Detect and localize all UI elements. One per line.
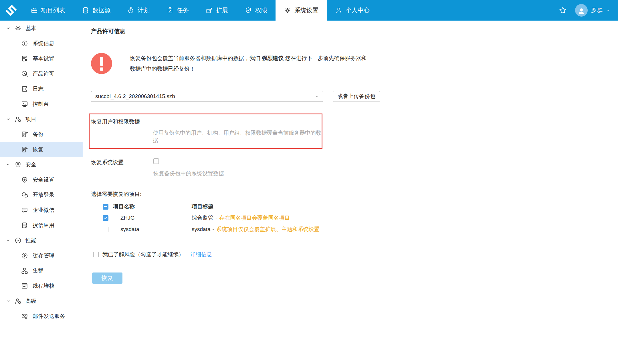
risk-checkbox[interactable]: [93, 252, 99, 257]
app-logo[interactable]: [0, 0, 22, 21]
option-checkbox[interactable]: [153, 118, 158, 123]
nav-tab[interactable]: 扩展: [197, 0, 236, 21]
sidebar-item[interactable]: 产品许可: [0, 66, 83, 81]
nav-tab[interactable]: 项目列表: [22, 0, 74, 21]
row-checkbox[interactable]: [103, 215, 108, 221]
sidebar-item-label: 基本: [25, 25, 36, 32]
sidebar-item-label: 性能: [25, 237, 36, 244]
projects-table-header: 项目名称 项目标题: [91, 202, 375, 212]
warning-text: 恢复备份包会覆盖当前服务器和数据库中的数据，我们 强烈建议 您在进行下一步前先确…: [130, 53, 368, 74]
sidebar-item[interactable]: 邮件发送服务: [0, 309, 83, 324]
user-menu[interactable]: 罗群: [575, 4, 611, 17]
thread-icon: [21, 282, 28, 290]
sidebar-item-label: 恢复: [33, 146, 43, 153]
sidebar-item[interactable]: 缓存管理: [0, 248, 83, 263]
restore-option-row: 恢复用户和权限数据 使用备份包中的用户、机构、用户组、权限数据覆盖当前服务器中的…: [89, 114, 322, 149]
restore-option-row: 恢复系统设置 恢复备份包中的系统设置数据: [91, 158, 610, 177]
mail-gear-icon: [21, 313, 28, 320]
nav-tab[interactable]: 系统设置: [276, 0, 327, 21]
nav-tabs: 项目列表 数据源 计划 任务 扩展 权限: [22, 0, 378, 21]
projects-label: 选择需要恢复的项目:: [91, 190, 610, 198]
chevron-down-icon: [6, 238, 11, 243]
sidebar-item[interactable]: 备份: [0, 127, 83, 142]
details-link[interactable]: 详细信息: [190, 251, 212, 258]
option-label: 恢复系统设置: [91, 158, 153, 177]
nav-tab[interactable]: 数据源: [74, 0, 119, 21]
database-icon: [82, 7, 89, 14]
sidebar-item-label: 备份: [33, 131, 43, 138]
sidebar-item[interactable]: 日志: [0, 81, 83, 96]
gear-icon: [284, 7, 291, 14]
cluster-icon: [21, 267, 28, 275]
chevron-down-icon: [314, 94, 319, 99]
chat-icon: [21, 206, 28, 214]
table-row: ZHJG 综合监管-存在同名项目会覆盖同名项目: [91, 212, 375, 224]
nav-tab-label: 个人中心: [346, 6, 370, 14]
nav-tab-label: 数据源: [92, 6, 110, 14]
nav-tab[interactable]: 个人中心: [327, 0, 378, 21]
sidebar-item[interactable]: 系统信息: [0, 36, 83, 51]
sidebar-item[interactable]: 基本: [0, 21, 83, 36]
option-description: 使用备份包中的用户、机构、用户组、权限数据覆盖当前服务器中的数据: [153, 129, 322, 144]
nav-tab[interactable]: 权限: [236, 0, 276, 21]
gear-icon: [14, 25, 22, 32]
package-row: succbi_4.6.2_202006301415.szb 或者上传备份包: [91, 91, 610, 102]
nav-tab-label: 系统设置: [294, 6, 318, 14]
chevron-down-icon: [6, 26, 11, 31]
sidebar-item[interactable]: 恢复: [0, 142, 83, 157]
upload-backup-button[interactable]: 或者上传备份包: [333, 91, 380, 102]
username: 罗群: [591, 7, 603, 14]
sidebar-item[interactable]: 集群: [0, 263, 83, 278]
project-title: sysdata: [192, 226, 210, 232]
restore-button[interactable]: 恢复: [92, 272, 122, 284]
sidebar-item[interactable]: 控制台: [0, 96, 83, 112]
sidebar-item[interactable]: 线程堆栈: [0, 278, 83, 293]
select-all-checkbox[interactable]: [103, 204, 108, 210]
user-icon: [335, 7, 342, 14]
sidebar-item-label: 缓存管理: [33, 252, 54, 259]
title-divider: [91, 40, 610, 40]
console-icon: [21, 100, 28, 108]
projects-table-body: ZHJG 综合监管-存在同名项目会覆盖同名项目 sysdata sysdata-…: [91, 212, 375, 235]
sidebar-item-label: 系统信息: [33, 40, 54, 47]
sidebar-item-label: 开放登录: [33, 191, 54, 199]
sidebar-item-label: 线程堆栈: [33, 282, 54, 290]
option-checkbox[interactable]: [153, 158, 159, 164]
sidebar-item[interactable]: 高级: [0, 293, 83, 309]
chevron-down-icon: [6, 299, 11, 303]
backup-package-select[interactable]: succbi_4.6.2_202006301415.szb: [91, 91, 323, 102]
shield-icon: [245, 7, 252, 14]
project-note: 存在同名项目会覆盖同名项目: [219, 215, 290, 221]
row-checkbox[interactable]: [103, 227, 108, 232]
sidebar-item[interactable]: 安全: [0, 157, 83, 172]
sidebar-item[interactable]: 授信应用: [0, 218, 83, 233]
nav-tab[interactable]: 计划: [119, 0, 158, 21]
nav-tab-label: 权限: [255, 6, 267, 14]
main-content: 产品许可信息 恢复备份包会覆盖当前服务器和数据库中的数据，我们 强烈建议 您在进…: [83, 21, 618, 364]
info-icon: [21, 40, 28, 47]
log-icon: [21, 85, 28, 93]
restore-options: 恢复用户和权限数据 使用备份包中的用户、机构、用户组、权限数据覆盖当前服务器中的…: [91, 114, 610, 177]
sidebar-item[interactable]: 性能: [0, 233, 83, 248]
package-icon: [205, 7, 213, 14]
sidebar-item[interactable]: 基本设置: [0, 51, 83, 66]
user-gear-icon: [14, 297, 22, 305]
sidebar-item-label: 企业微信: [33, 206, 54, 214]
option-description: 恢复备份包中的系统设置数据: [153, 170, 610, 177]
sidebar-item-label: 安全设置: [33, 176, 54, 184]
sidebar-item[interactable]: 安全设置: [0, 172, 83, 187]
sidebar-item[interactable]: 项目: [0, 112, 83, 127]
sidebar-item-label: 项目: [25, 116, 36, 123]
doc-gear-icon: [21, 55, 28, 62]
clipboard-icon: [166, 7, 174, 14]
nav-tab[interactable]: 任务: [158, 0, 197, 21]
column-header-title: 项目标题: [192, 203, 375, 210]
favorite-star-icon[interactable]: [558, 6, 567, 15]
cache-icon: [21, 252, 28, 259]
project-note: 系统项目仅仅会覆盖扩展、主题和系统设置: [216, 226, 320, 232]
license-icon: [21, 70, 28, 77]
sidebar-item[interactable]: 开放登录: [0, 187, 83, 202]
sidebar-item[interactable]: 企业微信: [0, 202, 83, 218]
wechat-icon: [21, 191, 28, 199]
project-title: 综合监管: [192, 215, 213, 221]
